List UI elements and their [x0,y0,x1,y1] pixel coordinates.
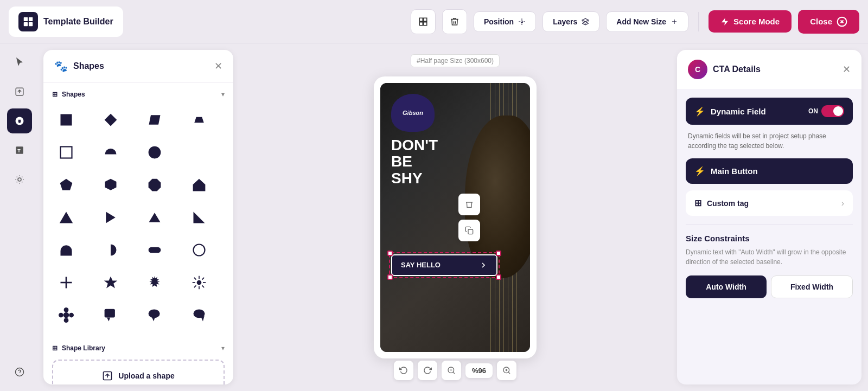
shape-star-outlined[interactable] [97,268,125,297]
zoom-out-button[interactable] [442,361,461,380]
close-button[interactable]: Close [798,10,859,34]
svg-point-60 [59,313,63,318]
shape-pentagon[interactable] [52,171,80,199]
canvas-delete-btn[interactable] [458,194,480,215]
shape-flower[interactable] [52,301,80,329]
layers-label: Layers [553,17,577,26]
logo-icon [18,12,38,31]
image-tool[interactable] [7,167,32,192]
shape-circle-outline[interactable] [185,236,213,264]
app-logo: Template Builder [9,7,123,37]
svg-point-61 [69,313,74,318]
cta-panel-body: ⚡ Dynamic Field ON Dynamic fields will b… [677,89,861,307]
svg-marker-40 [149,213,161,222]
shape-house[interactable] [185,171,213,199]
help-tool[interactable] [7,360,32,384]
layers-button[interactable]: Layers [542,11,599,32]
svg-line-53 [194,278,196,280]
text-tool[interactable]: T [7,138,32,163]
shape-triangle-up-alt[interactable] [141,203,169,232]
size-constraints-section: Size Constraints Dynamic text with "Auto… [686,234,853,298]
svg-point-10 [521,21,523,23]
zoom-level[interactable]: %96 [465,363,493,378]
svg-rect-62 [104,309,114,318]
svg-rect-7 [424,22,427,25]
toggle-track[interactable] [821,105,844,117]
svg-rect-0 [24,17,28,21]
canvas-cta-button[interactable]: SAY HELLO [391,254,497,276]
undo-button[interactable] [394,361,413,380]
zoom-in-button[interactable] [497,361,516,380]
library-chevron: ▾ [221,344,225,352]
add-element-button[interactable] [411,9,436,34]
svg-line-75 [508,372,510,374]
canvas-copy-btn[interactable] [458,220,480,241]
shape-parallelogram[interactable] [141,106,169,134]
dynamic-field-toggle[interactable]: ON [808,105,844,117]
shape-triangle-up[interactable] [52,203,80,232]
svg-marker-31 [194,117,204,123]
custom-tag-label: Custom tag [707,199,749,208]
shapes-panel-icon: 🐾 [54,60,68,73]
canvas-inner[interactable]: Gibson DON'T BE SHY SAY HELLO [380,83,530,352]
score-mode-button[interactable]: Score Mode [709,10,792,33]
main-layout: T 🐾 Shapes ✕ ⊞ Shapes ▾ [0,43,868,391]
svg-point-64 [149,310,160,318]
shape-half-circle-right[interactable] [97,236,125,264]
main-button-label: Main Button [711,166,758,176]
auto-width-button[interactable]: Auto Width [686,275,767,298]
shape-octagon[interactable] [141,171,169,199]
shapes-panel-close[interactable]: ✕ [214,60,222,72]
shape-speech-bubble-round[interactable] [141,301,169,329]
dynamic-field-row[interactable]: ⚡ Dynamic Field ON [686,98,853,125]
svg-rect-1 [29,17,33,21]
svg-rect-70 [468,229,473,234]
fixed-width-button[interactable]: Fixed Width [771,275,853,298]
position-button[interactable]: Position [474,11,536,32]
shape-trapezoid[interactable] [185,106,213,134]
shapes-tool[interactable] [7,108,32,133]
shape-speech-bubble-tail[interactable] [185,301,213,329]
cta-panel: C CTA Details ✕ ⚡ Dynamic Field ON Dyn [677,50,861,384]
canvas-area: #Half page Size (300x600) Gibson DON'T B… [238,43,673,391]
svg-marker-15 [582,18,589,22]
svg-rect-32 [61,147,72,158]
svg-marker-39 [106,212,116,223]
shape-library-header[interactable]: ⊞ Shape Library ▾ [52,344,225,352]
shape-right-triangle[interactable] [185,203,213,232]
shape-circle-filled[interactable] [141,138,169,166]
upload-tool[interactable] [7,79,32,104]
select-tool[interactable] [7,50,32,75]
upload-shape-button[interactable]: Upload a shape [52,360,225,384]
shape-sunburst[interactable] [185,268,213,297]
shape-starburst[interactable] [141,268,169,297]
delete-element-button[interactable] [442,9,467,34]
shape-hexagon[interactable] [97,171,125,199]
shape-square-outline[interactable] [52,138,80,166]
custom-tag-row[interactable]: ⊞ Custom tag › [686,190,853,216]
svg-marker-34 [60,179,73,190]
shapes-section-header[interactable]: ⊞ Shapes ▾ [52,91,225,98]
redo-button[interactable] [418,361,437,380]
shape-triangle-right[interactable] [97,203,125,232]
shape-semi-circle-filled[interactable] [97,138,125,166]
add-new-size-button[interactable]: Add New Size [606,11,688,32]
shape-arch[interactable] [52,236,80,264]
canvas-size-label: #Half page Size (300x600) [411,54,500,67]
cta-panel-title: CTA Details [713,65,761,74]
custom-tag-chevron-icon: › [841,198,844,208]
shape-square-filled[interactable] [52,106,80,134]
main-button-row[interactable]: ⚡ Main Button [686,158,853,184]
svg-point-33 [149,146,161,159]
size-constraints-title: Size Constraints [686,234,853,243]
shape-cross[interactable] [52,268,80,297]
cta-button-text: SAY HELLO [401,261,441,269]
brand-text: Gibson [403,110,423,116]
shape-crescent[interactable] [185,138,213,166]
svg-marker-47 [149,276,159,287]
cta-panel-close[interactable]: ✕ [843,63,851,75]
svg-marker-65 [152,317,155,322]
shape-diamond[interactable] [97,106,125,134]
shape-rectangle-rounded[interactable] [141,236,169,264]
shape-speech-bubble-square[interactable] [97,301,125,329]
